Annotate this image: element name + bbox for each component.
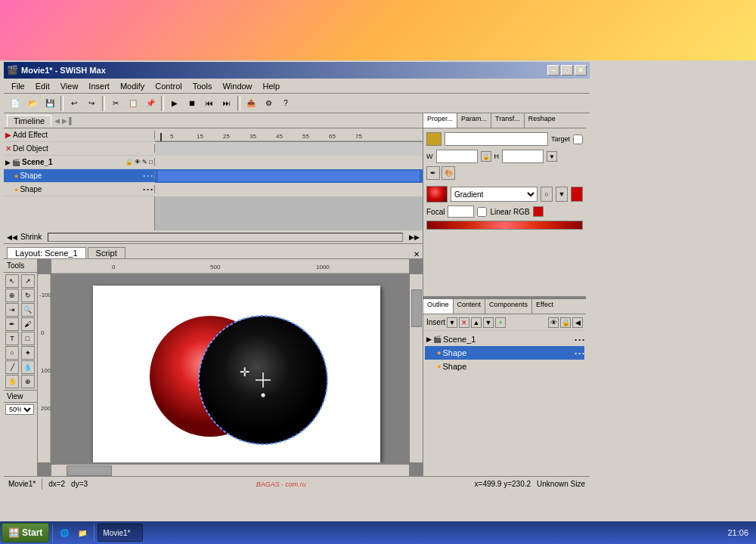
zoom-select[interactable]: 50% 100% 200% (5, 404, 34, 415)
shape2-row[interactable]: ● Shape • • • (4, 183, 423, 196)
outline-lock-btn[interactable]: 🔒 (560, 317, 571, 328)
v-scroll-thumb[interactable] (411, 289, 422, 327)
open-btn[interactable]: 📂 (24, 95, 41, 112)
undo-btn[interactable]: ↩ (66, 95, 82, 112)
save-btn[interactable]: 💾 (42, 95, 58, 112)
close-button[interactable]: ✕ (575, 65, 587, 76)
eyedropper-tool[interactable]: 💧 (21, 360, 35, 374)
next-btn[interactable]: ⏭ (218, 95, 235, 112)
width-input[interactable]: 292.15 (436, 150, 478, 163)
delete-item-btn[interactable]: ✕ (459, 317, 469, 328)
help-btn[interactable]: ? (277, 95, 294, 112)
outline-tab-outline[interactable]: Outline (423, 299, 454, 314)
menu-file[interactable]: File (7, 80, 29, 92)
play-btn[interactable]: ▶ (166, 95, 183, 112)
line-tool[interactable]: ╱ (5, 360, 19, 374)
stop-btn[interactable]: ⏹ (184, 95, 200, 112)
shrink-label[interactable]: Shrink (20, 233, 42, 241)
color-gradient-strip[interactable] (426, 221, 583, 230)
quicklaunch-explorer[interactable]: 📁 (74, 524, 91, 541)
subselect-tool[interactable]: ↗ (21, 274, 35, 288)
prop-tab-transform[interactable]: Transf... (491, 113, 525, 128)
shrink-left-arrow[interactable]: ◀◀ (7, 233, 17, 241)
menu-view[interactable]: View (56, 80, 83, 92)
motion-tool[interactable]: ⇥ (5, 303, 19, 317)
height-input[interactable]: 292.15 (502, 150, 544, 163)
prop-fill-btn[interactable]: 🎨 (442, 166, 455, 180)
h-scrollbar[interactable] (51, 464, 409, 476)
maximize-button[interactable]: □ (561, 65, 573, 76)
pen-tool[interactable]: ✒ (5, 317, 19, 331)
outline-up-btn[interactable]: ▲ (471, 317, 482, 328)
gradient-circle-btn[interactable]: ○ (541, 187, 553, 202)
h-scroll-thumb[interactable] (67, 465, 112, 476)
menu-tools[interactable]: Tools (188, 80, 217, 92)
outline-collapse-btn[interactable]: ◀ (572, 317, 583, 328)
paste-btn[interactable]: 📌 (142, 95, 159, 112)
v-scrollbar[interactable] (409, 274, 423, 462)
script-tab[interactable]: Script (88, 247, 125, 258)
outline-scene[interactable]: ▶ 🎬 Scene_1 • • • (425, 332, 584, 346)
target-checkbox[interactable] (573, 134, 583, 144)
outline-shape2[interactable]: ● Shape (425, 360, 584, 373)
select-tool[interactable]: ↖ (5, 274, 19, 288)
shape1-row[interactable]: ● Shape • • • (4, 169, 423, 183)
outline-add-btn[interactable]: + (495, 317, 506, 328)
wh-options-btn[interactable]: ▼ (547, 151, 557, 162)
linear-rgb-checkbox[interactable] (477, 207, 487, 217)
svg-point-24 (262, 394, 265, 397)
paint-tool[interactable]: 🖌 (21, 317, 35, 331)
outline-tab-effect[interactable]: Effect (532, 299, 557, 314)
insert-dropdown-btn[interactable]: ▼ (447, 317, 457, 328)
layout-tab[interactable]: Layout: Scene_1 (7, 247, 86, 258)
gradient-options-btn[interactable]: ▼ (556, 187, 568, 202)
focal-input[interactable]: 0 (448, 206, 474, 218)
outline-tab-components[interactable]: Components (485, 299, 532, 314)
target-input[interactable] (445, 132, 548, 146)
rect-tool[interactable]: □ (21, 332, 35, 345)
hand-tool[interactable]: ✋ (5, 375, 19, 388)
outline-eye-btn[interactable]: 👁 (548, 317, 559, 328)
taskbar-movie1[interactable]: Movie1* (98, 524, 143, 542)
settings-btn[interactable]: ⚙ (260, 95, 277, 112)
prop-pen-btn[interactable]: ✒ (426, 166, 440, 180)
ellipse-tool[interactable]: ○ (5, 346, 19, 360)
timeline-tab[interactable]: Timeline (7, 115, 51, 127)
star-tool[interactable]: ✦ (21, 346, 35, 360)
rotate-tool[interactable]: ↻ (21, 289, 35, 302)
menu-help[interactable]: Help (259, 80, 285, 92)
menu-window[interactable]: Window (218, 80, 256, 92)
menu-edit[interactable]: Edit (31, 80, 54, 92)
menu-insert[interactable]: Insert (84, 80, 114, 92)
close-layout-btn[interactable]: ✕ (414, 250, 420, 258)
prop-tab-properties[interactable]: Proper... (423, 113, 457, 128)
zoom-tool-canvas[interactable]: 🔍 (21, 303, 35, 317)
copy-btn[interactable]: 📋 (125, 95, 141, 112)
lock-aspect-btn[interactable]: 🔒 (481, 151, 491, 162)
cut-btn[interactable]: ✂ (107, 95, 124, 112)
gradient-select[interactable]: Gradient (451, 187, 538, 202)
gradient-preview[interactable] (426, 186, 448, 202)
shape2-label: Shape (20, 185, 42, 193)
shrink-right-arrow[interactable]: ▶▶ (409, 233, 420, 241)
gradient-color-swatch[interactable] (571, 187, 583, 202)
prev-btn[interactable]: ⏮ (201, 95, 218, 112)
shrink-slider[interactable] (48, 233, 403, 242)
prop-tab-reshape[interactable]: Reshape (525, 113, 559, 128)
outline-down-btn[interactable]: ▼ (483, 317, 494, 328)
zoom-in-tool[interactable]: ⊕ (21, 375, 35, 388)
transform-tool[interactable]: ⊕ (5, 289, 19, 302)
redo-btn[interactable]: ↪ (83, 95, 100, 112)
export-btn[interactable]: 📤 (243, 95, 259, 112)
minimize-button[interactable]: – (547, 65, 559, 76)
outline-shape1[interactable]: ● Shape • • • (425, 346, 584, 360)
quicklaunch-ie[interactable]: 🌐 (56, 524, 73, 541)
start-button[interactable]: 🪟 Start (2, 523, 49, 542)
menu-control[interactable]: Control (150, 80, 186, 92)
outline-tab-content[interactable]: Content (454, 299, 486, 314)
text-tool[interactable]: T (5, 332, 19, 345)
menu-modify[interactable]: Modify (116, 80, 149, 92)
add-effect-label[interactable]: Add Effect (13, 131, 48, 139)
prop-tab-params[interactable]: Param... (457, 113, 491, 128)
new-btn[interactable]: 📄 (7, 95, 23, 112)
